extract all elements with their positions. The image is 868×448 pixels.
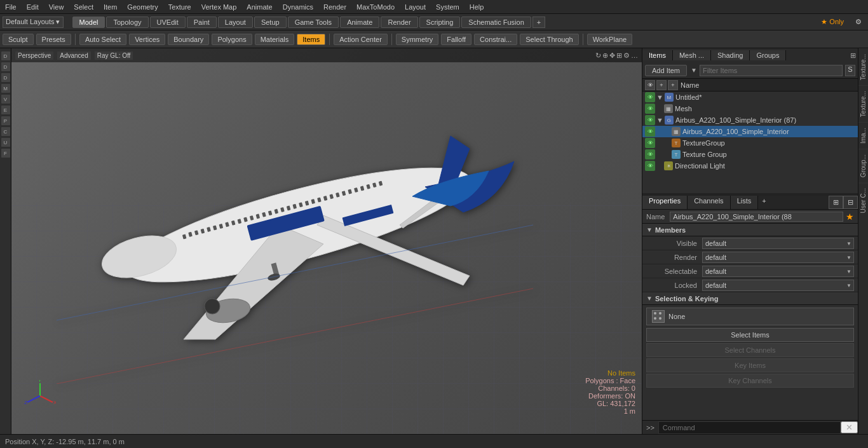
tree-item-airbus-mesh[interactable]: 👁 ▦ Airbus_A220_100_Simple_Interior — [642, 126, 858, 137]
tree-item-texture-group2[interactable]: 👁 T Texture Group — [642, 149, 858, 160]
tab-uvedit[interactable]: UVEdit — [150, 17, 186, 28]
command-input[interactable] — [658, 421, 841, 434]
action-center-button[interactable]: Action Center — [334, 34, 388, 45]
props-tab-properties[interactable]: Properties — [642, 196, 688, 209]
menu-animate[interactable]: Animate — [241, 1, 277, 13]
menu-maxtomodo[interactable]: MaxToModo — [351, 1, 400, 13]
select-items-button[interactable]: Select Items — [646, 328, 854, 342]
tree-item-airbus-group[interactable]: 👁 ▼ G Airbus_A220_100_Simple_Interior (8… — [642, 114, 858, 126]
props-tab-channels[interactable]: Channels — [688, 196, 730, 209]
vertices-button[interactable]: Vertices — [129, 34, 165, 45]
viewport-icon-more[interactable]: … — [631, 51, 638, 60]
menu-file[interactable]: File — [0, 1, 22, 13]
sidebar-icon-2[interactable]: D — [1, 73, 10, 82]
sidebar-icon-1[interactable]: D — [1, 62, 10, 71]
tree-eye-mesh[interactable]: 👁 — [645, 104, 655, 114]
visible-select[interactable]: default — [702, 238, 854, 249]
tab-gametools[interactable]: Game Tools — [288, 17, 339, 28]
sidebar-icon-5[interactable]: E — [1, 105, 10, 114]
constrai-button[interactable]: Constrai... — [474, 34, 517, 45]
tree-area[interactable]: 👁 ▼ M Untitled* 👁 ▦ Mesh 👁 ▼ G Airbus_A2… — [642, 92, 858, 193]
keying-section-header[interactable]: ▼ Selection & Keying — [642, 292, 858, 305]
tab-layout[interactable]: Layout — [218, 17, 253, 28]
tree-eye-texture-group2[interactable]: 👁 — [645, 149, 655, 160]
tree-item-directional-light[interactable]: 👁 ☀ Directional Light — [642, 160, 858, 172]
rp-tab-items[interactable]: Items — [642, 50, 673, 60]
menu-view[interactable]: View — [44, 1, 69, 13]
presets-button[interactable]: Presets — [36, 34, 71, 45]
props-collapse-btn[interactable]: ⊟ — [843, 196, 858, 209]
filter-items-input[interactable] — [700, 65, 843, 76]
menu-edit[interactable]: Edit — [22, 1, 44, 13]
auto-select-button[interactable]: Auto Select — [79, 34, 126, 45]
menu-geometry[interactable]: Geometry — [122, 1, 163, 13]
command-clear-button[interactable]: ✕ — [841, 421, 858, 433]
viewport[interactable]: Perspective Advanced Ray GL: Off ↻ ⊕ ✥ ⊞… — [11, 48, 642, 434]
tab-model[interactable]: Model — [72, 17, 105, 28]
tab-scripting[interactable]: Scripting — [419, 17, 461, 28]
menu-layout[interactable]: Layout — [400, 1, 431, 13]
members-section-header[interactable]: ▼ Members — [642, 224, 858, 236]
tree-eye-airbus-group[interactable]: 👁 — [645, 115, 655, 125]
items-button[interactable]: Items — [297, 34, 325, 45]
tab-topology[interactable]: Topology — [106, 17, 148, 28]
polygons-button[interactable]: Polygons — [212, 34, 252, 45]
viewport-icon-rotate[interactable]: ↻ — [595, 51, 601, 60]
edge-tab-texture1[interactable]: Texture... — [858, 48, 868, 85]
sidebar-icon-0[interactable]: D — [1, 51, 10, 60]
command-expand-arrow[interactable]: >> — [642, 424, 658, 431]
viewport-type-btn[interactable]: Perspective — [15, 51, 53, 60]
sidebar-icon-4[interactable]: V — [1, 95, 10, 104]
sidebar-icon-6[interactable]: P — [1, 116, 10, 125]
viewport-icon-zoom[interactable]: ⊕ — [602, 51, 608, 60]
materials-button[interactable]: Materials — [255, 34, 295, 45]
menu-vertexmap[interactable]: Vertex Map — [196, 1, 242, 13]
tree-visibility-icon[interactable]: 👁 — [645, 80, 655, 90]
boundary-button[interactable]: Boundary — [168, 34, 209, 45]
sidebar-icon-8[interactable]: U — [1, 138, 10, 147]
symmetry-button[interactable]: Symmetry — [396, 34, 439, 45]
menu-help[interactable]: Help — [465, 1, 489, 13]
tree-arrow-airbus[interactable]: ▼ — [656, 116, 663, 124]
selectable-select[interactable]: default — [702, 266, 854, 277]
layout-tab-plus[interactable]: + — [532, 17, 545, 28]
falloff-button[interactable]: Falloff — [441, 34, 471, 45]
rp-tab-mesh[interactable]: Mesh ... — [673, 50, 711, 60]
render-select[interactable]: default — [702, 252, 854, 263]
gear-icon[interactable]: ⚙ — [851, 18, 865, 26]
viewport-raygl-btn[interactable]: Ray GL: Off — [95, 51, 133, 60]
select-channels-button[interactable]: Select Channels — [646, 343, 854, 357]
layout-dropdown[interactable]: Default Layouts ▾ — [3, 17, 64, 28]
props-tab-plus[interactable]: + — [758, 196, 770, 209]
rp-tab-groups[interactable]: Groups — [750, 50, 786, 60]
tree-item-untitled[interactable]: 👁 ▼ M Untitled* — [642, 92, 858, 103]
tab-paint[interactable]: Paint — [187, 17, 217, 28]
menu-system[interactable]: System — [431, 1, 465, 13]
viewport-icon-pan[interactable]: ✥ — [609, 51, 615, 60]
edge-tab-userc[interactable]: User C... — [858, 182, 868, 218]
tree-more-icon[interactable]: + — [668, 80, 678, 90]
menu-item[interactable]: Item — [98, 1, 122, 13]
tree-item-texture-group[interactable]: 👁 T TextureGroup — [642, 137, 858, 149]
sidebar-icon-7[interactable]: C — [1, 127, 10, 136]
filter-s-button[interactable]: S — [845, 65, 855, 76]
menu-render[interactable]: Render — [318, 1, 351, 13]
viewport-advanced-btn[interactable]: Advanced — [57, 51, 90, 60]
sidebar-icon-9[interactable]: F — [1, 149, 10, 158]
edge-tab-group[interactable]: Group... — [858, 149, 868, 182]
tree-eye-directional-light[interactable]: 👁 — [645, 161, 655, 171]
tree-lock-icon[interactable]: + — [656, 80, 667, 90]
sculpt-button[interactable]: Sculpt — [3, 34, 34, 45]
tab-schematic[interactable]: Schematic Fusion — [461, 17, 531, 28]
add-item-button[interactable]: Add Item — [645, 65, 687, 76]
add-item-arrow[interactable]: ▼ — [691, 67, 697, 74]
key-items-button[interactable]: Key Items — [646, 358, 854, 372]
tab-animate[interactable]: Animate — [340, 17, 379, 28]
viewport-icon-fit[interactable]: ⊞ — [616, 51, 622, 60]
key-channels-button[interactable]: Key Channels — [646, 374, 854, 388]
keying-none-button[interactable]: None — [646, 308, 854, 325]
rp-tab-shading[interactable]: Shading — [711, 50, 750, 60]
menu-select[interactable]: Select — [69, 1, 98, 13]
rp-expand-btn[interactable]: ⊞ — [848, 51, 858, 60]
props-expand-btn[interactable]: ⊞ — [829, 196, 843, 209]
